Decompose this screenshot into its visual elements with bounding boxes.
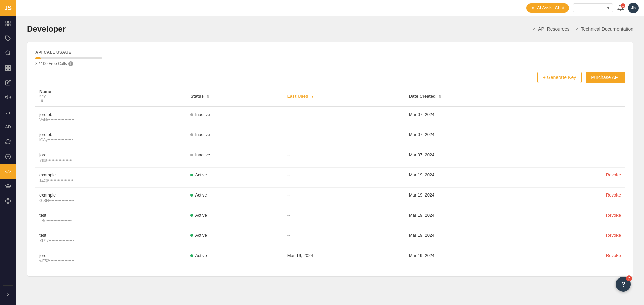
avatar[interactable]: Jb (628, 3, 639, 13)
key-value: sZcp•••••••••••••••••• (39, 178, 182, 183)
sidebar-item-developer[interactable]: </> (0, 164, 16, 179)
status-cell: Active (186, 208, 283, 228)
table-row: test XL97•••••••••••••••••• Active -- Ma… (35, 228, 625, 248)
sidebar: JS AD </> (0, 0, 16, 305)
name-cell: jordiob VsNe•••••••••••••••••• (35, 107, 186, 127)
svg-rect-9 (6, 69, 8, 71)
revoke-button[interactable]: Revoke (606, 213, 621, 218)
app-logo[interactable]: JS (0, 0, 16, 16)
sidebar-item-announcements[interactable] (0, 90, 16, 105)
date-created-cell: Mar 07, 2024 (405, 107, 545, 127)
table-row: jordi Yl0a•••••••••••••••••• Inactive --… (35, 147, 625, 168)
status-dot (190, 194, 193, 197)
col-name[interactable]: Name Key ⇅ (35, 86, 186, 107)
generate-key-button[interactable]: + Generate Key (537, 72, 582, 83)
sort-name-icon: ⇅ (41, 99, 43, 103)
sidebar-item-learn[interactable] (0, 179, 16, 193)
tech-docs-link[interactable]: ↗ Technical Documentation (575, 26, 633, 32)
action-cell: Revoke (545, 188, 625, 208)
revoke-button[interactable]: Revoke (606, 192, 621, 198)
sidebar-item-grid[interactable] (0, 60, 16, 75)
table-row: example sZcp•••••••••••••••••• Active --… (35, 168, 625, 188)
action-cell: Revoke (545, 228, 625, 248)
sidebar-item-search[interactable] (0, 46, 16, 60)
topbar-dropdown[interactable] (573, 3, 613, 12)
col-last-used[interactable]: Last Used ▼ (283, 86, 405, 107)
api-usage-section: API CALL USAGE: 8 / 100 Free Calls i (35, 50, 625, 66)
sidebar-item-revenue[interactable] (0, 149, 16, 164)
key-value: iCAy•••••••••••••••••• (39, 138, 182, 142)
sidebar-expand[interactable] (0, 287, 16, 302)
status-dot (190, 174, 193, 176)
svg-line-6 (9, 54, 10, 55)
date-created-cell: Mar 19, 2024 (405, 208, 545, 228)
api-resources-label: API Resources (538, 26, 569, 32)
sidebar-item-edit[interactable] (0, 75, 16, 90)
info-icon[interactable]: i (68, 61, 73, 66)
sort-last-used-icon: ▼ (311, 95, 314, 98)
last-used-cell: -- (283, 147, 405, 168)
svg-rect-10 (9, 69, 11, 71)
last-used-dash: -- (287, 112, 290, 117)
sidebar-item-global[interactable] (0, 193, 16, 208)
last-used-dash: -- (287, 132, 290, 137)
revoke-button[interactable]: Revoke (606, 253, 621, 258)
status-dot (190, 214, 193, 217)
revoke-button[interactable]: Revoke (606, 172, 621, 177)
last-used-cell: -- (283, 188, 405, 208)
purchase-api-button[interactable]: Purchase API (586, 72, 625, 83)
status-label: Active (195, 253, 207, 258)
action-cell (545, 127, 625, 147)
key-value: VsNe•••••••••••••••••• (39, 118, 182, 122)
table-row: jordiob iCAy•••••••••••••••••• Inactive … (35, 127, 625, 147)
date-created-cell: Mar 19, 2024 (405, 188, 545, 208)
name-cell: test IIBe•••••••••••••••••• (35, 208, 186, 228)
last-used-cell: -- (283, 228, 405, 248)
notification-count: 1 (621, 3, 625, 8)
help-badge: 7 (626, 275, 632, 281)
status-dot (190, 154, 193, 156)
svg-marker-11 (6, 96, 8, 99)
calls-label: 8 / 100 Free Calls (35, 61, 67, 66)
last-used-dash: -- (287, 213, 290, 218)
svg-point-5 (6, 51, 10, 55)
table-header: Name Key ⇅ Status ⇅ Last Used ▼ Date C (35, 86, 625, 107)
sidebar-item-analytics[interactable] (0, 105, 16, 120)
last-used-cell: -- (283, 127, 405, 147)
key-value: IIBe•••••••••••••••••• (39, 218, 182, 223)
progress-label: 8 / 100 Free Calls i (35, 61, 625, 66)
progress-bar-container (35, 57, 102, 59)
page-header: Developer ↗ API Resources ↗ Technical Do… (27, 24, 633, 34)
sidebar-item-dashboard[interactable] (0, 16, 16, 31)
date-created-cell: Mar 07, 2024 (405, 147, 545, 168)
table-row: jordiob VsNe•••••••••••••••••• Inactive … (35, 107, 625, 127)
key-name: example (39, 172, 182, 177)
key-name: jordiob (39, 112, 182, 117)
status-label: Inactive (195, 132, 210, 137)
col-date-created[interactable]: Date Created ⇅ (405, 86, 545, 107)
sidebar-item-ads[interactable]: AD (0, 120, 16, 134)
api-resources-link[interactable]: ↗ API Resources (532, 26, 569, 32)
status-label: Inactive (195, 112, 210, 117)
table-row: example GiSH•••••••••••••••••• Active --… (35, 188, 625, 208)
col-status[interactable]: Status ⇅ (186, 86, 283, 107)
svg-rect-1 (9, 21, 10, 23)
status-cell: Inactive (186, 127, 283, 147)
status-cell: Active (186, 248, 283, 268)
date-created-cell: Mar 19, 2024 (405, 248, 545, 268)
status-label: Active (195, 233, 207, 238)
help-button[interactable]: ? 7 (616, 277, 631, 292)
last-used-cell: -- (283, 208, 405, 228)
sidebar-item-tags[interactable] (0, 31, 16, 46)
status-label: Active (195, 172, 207, 177)
notification-bell[interactable]: 1 (617, 5, 624, 11)
last-used-dash: -- (287, 152, 290, 157)
name-cell: example GiSH•••••••••••••••••• (35, 188, 186, 208)
status-dot (190, 133, 193, 136)
last-used-dash: -- (287, 233, 290, 238)
ai-assist-button[interactable]: ✦ AI Assist Chat (526, 3, 569, 13)
action-cell: Revoke (545, 208, 625, 228)
last-used-cell: -- (283, 107, 405, 127)
revoke-button[interactable]: Revoke (606, 233, 621, 238)
sidebar-item-sync[interactable] (0, 134, 16, 149)
